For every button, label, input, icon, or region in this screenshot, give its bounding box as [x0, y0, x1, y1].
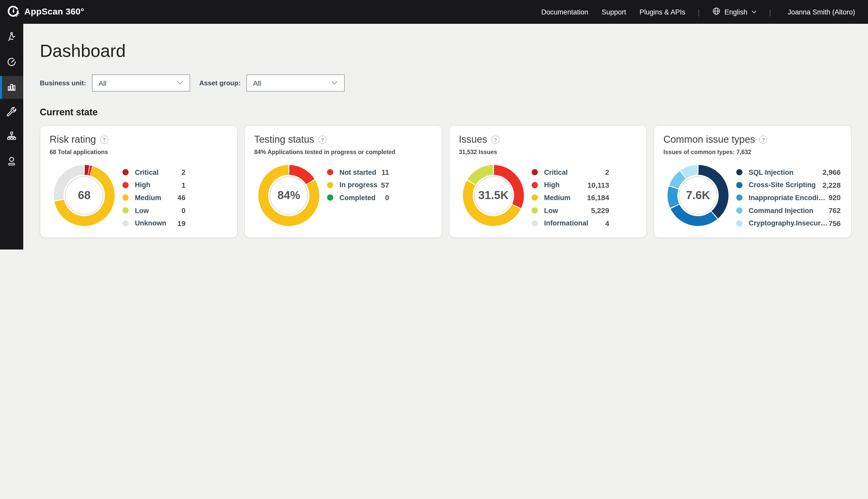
legend-item-medium: Medium16,184 [532, 191, 609, 204]
legend-label: Informational [544, 219, 605, 227]
risk-rating-card: Risk rating?68 Total applications68Criti… [40, 125, 238, 238]
legend-label: Low [544, 207, 591, 214]
donut-chart[interactable]: 31.5K [463, 165, 524, 226]
legend-value: 756 [829, 219, 841, 227]
sidebar-item-dashboard[interactable] [0, 76, 23, 99]
help-icon[interactable]: ? [491, 135, 500, 144]
sidebar-item-organization[interactable] [0, 126, 23, 148]
legend-item-sql-injection: SQL Injection2,966 [736, 166, 841, 179]
asset-group-dropdown[interactable]: All [247, 74, 344, 92]
legend-item-critical: Critical2 [532, 166, 609, 179]
user-menu[interactable]: Joanna Smith (Altoro) [788, 8, 855, 16]
legend-value: 19 [177, 219, 186, 227]
legend-label: Unknown [135, 219, 177, 227]
donut-chart[interactable]: 68 [54, 165, 115, 226]
sidebar-item-scans[interactable] [0, 51, 23, 74]
chevron-down-icon [176, 81, 183, 85]
legend-label: Inappropriate Encoding… [749, 194, 829, 202]
legend-item-inappropriate-encoding-: Inappropriate Encoding…920 [736, 191, 841, 204]
main-content: Dashboard Business unit:AllAsset group:A… [23, 24, 868, 250]
legend: Critical2High10,113Medium16,184Low5,229I… [532, 166, 609, 230]
donut-center-value: 31.5K [473, 175, 514, 216]
card-title: Testing status? [254, 134, 327, 145]
header-nav-support[interactable]: Support [602, 8, 626, 16]
legend-color-dot [327, 169, 333, 175]
legend-label: Critical [135, 169, 181, 177]
legend-value: 0 [181, 206, 186, 215]
legend-color-dot [532, 220, 538, 226]
legend-color-dot [123, 207, 129, 214]
help-icon[interactable]: ? [318, 135, 327, 144]
language-selector[interactable]: English [712, 7, 757, 17]
separator: | [769, 8, 771, 16]
legend-color-dot [123, 220, 129, 226]
legend-item-unknown: Unknown19 [123, 217, 186, 230]
help-icon[interactable]: ? [100, 135, 109, 144]
legend-color-dot [532, 207, 538, 214]
legend-item-low: Low0 [123, 204, 186, 217]
donut-center-value: 7.6K [677, 175, 719, 216]
legend-value: 4 [605, 219, 609, 227]
legend-color-dot [327, 195, 333, 201]
legend-item-command-injection: Command Injection762 [736, 204, 841, 217]
legend-value: 0 [385, 194, 389, 202]
language-label: English [725, 8, 747, 16]
legend-item-cross-site-scripting: Cross-Site Scripting2,228 [736, 179, 841, 191]
legend-value: 762 [829, 206, 841, 215]
common-issue-types-card: Common issue types?Issues of common type… [654, 125, 852, 238]
legend: Not started11In progress57Completed0 [327, 166, 389, 204]
legend-color-dot [736, 195, 742, 201]
legend-color-dot [327, 182, 333, 188]
card-subtitle: 84% Applications tested in progress or c… [254, 149, 395, 155]
legend-label: High [544, 181, 588, 189]
globe-icon [712, 7, 721, 17]
wrench-icon [6, 105, 17, 119]
appscan-dashboard: AppScan 360° DocumentationSupportPlugins… [0, 0, 868, 250]
legend-item-cryptography-insecure-: Cryptography.Insecure…756 [736, 217, 841, 230]
card-title: Issues? [459, 134, 500, 145]
bar-chart-icon [6, 81, 17, 94]
legend-value: 46 [177, 194, 186, 202]
legend-color-dot [736, 169, 742, 175]
donut-center-value: 84% [268, 175, 310, 216]
legend-label: Medium [135, 194, 177, 202]
sidebar [0, 24, 23, 250]
sidebar-item-users[interactable] [0, 150, 23, 173]
legend-value: 1 [181, 181, 186, 189]
appscan-logo-icon [7, 4, 20, 20]
legend-value: 57 [381, 181, 389, 189]
sidebar-item-tools[interactable] [0, 101, 23, 124]
brand-name: AppScan 360° [24, 7, 84, 17]
legend-item-high: High10,113 [532, 179, 609, 191]
filter-label-0: Business unit: [40, 79, 86, 87]
header-nav: DocumentationSupportPlugins & APIs [541, 8, 685, 16]
sidebar-item-applications[interactable] [0, 26, 23, 49]
section-current-state: Current state [40, 107, 852, 118]
issues-card: Issues?31,532 Issues31.5KCritical2High10… [449, 125, 647, 238]
header-nav-plugins-apis[interactable]: Plugins & APIs [640, 8, 685, 16]
hierarchy-icon [6, 130, 17, 144]
legend-item-low: Low5,229 [532, 204, 609, 217]
business-unit-dropdown[interactable]: All [92, 74, 190, 92]
legend-value: 10,113 [588, 181, 609, 189]
legend-color-dot [123, 195, 129, 201]
donut-chart[interactable]: 84% [258, 165, 319, 226]
legend-value: 2 [605, 168, 609, 177]
card-subtitle: 68 Total applications [50, 149, 108, 155]
brand[interactable]: AppScan 360° [0, 4, 84, 20]
legend-color-dot [736, 182, 742, 188]
legend: SQL Injection2,966Cross-Site Scripting2,… [736, 166, 841, 230]
legend-label: In progress [339, 181, 381, 189]
help-icon[interactable]: ? [759, 135, 768, 144]
header-nav-documentation[interactable]: Documentation [541, 8, 588, 16]
dropdown-value: All [98, 79, 176, 87]
legend-label: Low [135, 207, 181, 214]
donut-center-value: 68 [64, 175, 105, 216]
legend-label: Cryptography.Insecure… [749, 219, 829, 227]
legend-value: 16,184 [587, 194, 609, 202]
testing-status-card: Testing status?84% Applications tested i… [244, 125, 442, 238]
legend-color-dot [736, 220, 742, 226]
donut-chart[interactable]: 7.6K [668, 165, 729, 226]
current-state-cards: Risk rating?68 Total applications68Criti… [40, 125, 852, 238]
legend-value: 5,229 [591, 206, 609, 215]
